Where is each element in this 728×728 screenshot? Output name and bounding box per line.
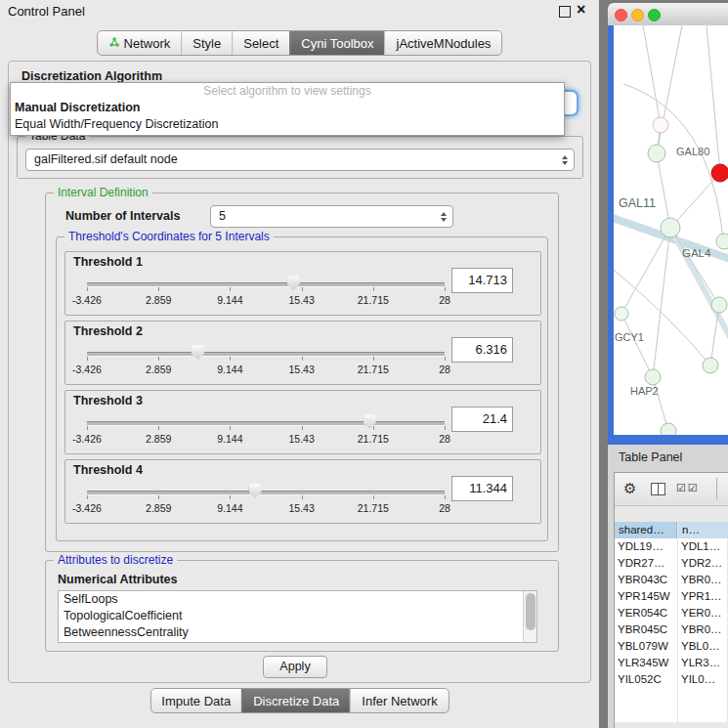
number-of-intervals-combobox[interactable]: 5 <box>210 205 453 228</box>
zoom-window-icon[interactable] <box>648 9 661 21</box>
tab-jactivemnodules[interactable]: jActiveMNodules <box>385 31 502 55</box>
scale-label: 2.859 <box>146 433 171 445</box>
interval-definition-group-title: Interval Definition <box>54 186 152 199</box>
tab-network[interactable]: Network <box>98 31 182 55</box>
table-row[interactable]: YIL052CYIL0… <box>615 671 727 688</box>
table-cell[interactable]: YER054C <box>618 605 676 621</box>
network-edge[interactable] <box>670 228 719 305</box>
scale-label: 15.43 <box>288 433 314 445</box>
table-row[interactable]: YBR043CYBR0… <box>615 572 727 588</box>
table-cell[interactable]: YPR145W <box>618 588 676 605</box>
threshold-3-value-field[interactable]: 21.4 <box>451 407 513 432</box>
threshold-2-value-field[interactable]: 6.316 <box>451 337 513 363</box>
scale-label: 2.859 <box>146 364 171 375</box>
apply-button[interactable]: Apply <box>263 656 327 678</box>
table-column-divider <box>677 538 678 722</box>
table-cell[interactable]: YDR2… <box>681 555 726 572</box>
network-node-gal4[interactable] <box>661 218 680 237</box>
network-edge[interactable] <box>621 314 653 377</box>
table-cell[interactable]: YBR0… <box>681 621 726 638</box>
network-edge[interactable] <box>657 153 670 228</box>
close-window-icon[interactable] <box>615 9 627 21</box>
network-edge[interactable] <box>621 228 670 314</box>
network-window-titlebar[interactable] <box>608 3 728 26</box>
tab-style[interactable]: Style <box>181 31 232 55</box>
network-node-gal80[interactable] <box>648 145 665 162</box>
network-edge[interactable] <box>643 25 661 125</box>
list-item-topologicalcoefficient[interactable]: TopologicalCoefficient <box>59 608 536 624</box>
table-row[interactable]: YLR345WYLR3… <box>615 655 727 671</box>
table-cell[interactable]: YBR0… <box>681 572 726 588</box>
dropdown-option-equal-width-frequency[interactable]: Equal Width/Frequency Discretization <box>11 116 564 133</box>
threshold-3-slider[interactable]: -3.426 2.859 9.144 15.43 21.715 28 <box>87 414 445 446</box>
network-edge[interactable] <box>657 25 682 153</box>
network-edge[interactable] <box>670 173 720 228</box>
threshold-4-value-field[interactable]: 11.344 <box>451 476 513 501</box>
table-cell[interactable]: YER0… <box>681 605 726 621</box>
stepper-icon <box>441 212 447 222</box>
table-cell[interactable]: YDL19… <box>618 538 676 555</box>
table-cell[interactable]: YIL052C <box>618 671 676 688</box>
network-canvas[interactable]: GAL80 GAL11 GAL4 GCY1 HAP2 <box>608 25 728 445</box>
tab-impute-data[interactable]: Impute Data <box>150 689 241 712</box>
control-panel-tab-bar: Network Style Select Cyni Toolbox jActiv… <box>97 30 503 56</box>
dropdown-option-manual-discretization[interactable]: Manual Discretization <box>11 100 564 116</box>
table-cell[interactable]: YDR27… <box>618 555 676 572</box>
column-header-shared-name[interactable]: shared… <box>615 522 677 538</box>
tab-discretize-data[interactable]: Discretize Data <box>241 689 350 712</box>
network-node-hap2[interactable] <box>645 369 661 385</box>
network-edge[interactable] <box>653 228 670 377</box>
network-node[interactable] <box>661 423 676 435</box>
scale-label: 28 <box>439 294 450 306</box>
table-row[interactable]: YDR27…YDR2… <box>615 555 727 572</box>
table-cell[interactable]: YBL0… <box>681 638 726 655</box>
network-node-gcy1[interactable] <box>615 307 628 321</box>
tab-cyni-toolbox[interactable]: Cyni Toolbox <box>289 31 384 55</box>
columns-icon[interactable] <box>651 483 665 498</box>
table-cell[interactable]: YBR043C <box>618 572 676 588</box>
network-node[interactable] <box>653 117 668 133</box>
table-cell[interactable]: YIL0… <box>681 671 726 688</box>
table-data-combobox[interactable]: galFiltered.sif default node <box>25 149 575 171</box>
table-cell[interactable]: YBL079W <box>618 638 676 655</box>
table-row[interactable]: YER054CYER0… <box>615 605 727 621</box>
select-columns-checkboxes-icon[interactable]: ☑☑ <box>676 482 700 494</box>
float-panel-icon[interactable] <box>559 6 571 18</box>
table-cell[interactable]: YBR045C <box>618 621 676 638</box>
table-row[interactable]: YBL079WYBL0… <box>615 638 727 655</box>
list-item-selfloops[interactable]: SelfLoops <box>59 591 536 608</box>
table-cell[interactable]: YLR345W <box>618 655 676 671</box>
table-row[interactable]: YBR045CYBR0… <box>615 621 727 638</box>
control-panel-window: Control Panel × Network Style Select Cyn… <box>0 0 599 728</box>
table-row[interactable]: YDL19…YDL1… <box>615 538 727 555</box>
network-node[interactable] <box>716 234 728 249</box>
network-graph: GAL80 GAL11 GAL4 GCY1 HAP2 <box>614 25 728 435</box>
list-item-betweennesscentrality[interactable]: BetweennessCentrality <box>59 624 536 641</box>
table-panel-title: Table Panel <box>619 450 682 464</box>
close-panel-icon[interactable]: × <box>577 1 585 19</box>
table-cell[interactable]: YPR1… <box>681 588 726 605</box>
scale-label: -3.426 <box>72 502 102 514</box>
network-node-selected-red[interactable] <box>711 164 728 182</box>
threshold-1-value-field[interactable]: 14.713 <box>451 268 513 293</box>
network-node[interactable] <box>703 358 718 373</box>
network-edge[interactable] <box>623 84 723 240</box>
threshold-2-slider[interactable]: -3.426 2.859 9.144 15.43 21.715 28 <box>87 345 445 376</box>
scale-label: 2.859 <box>146 502 171 514</box>
table-cell[interactable]: YDL1… <box>681 538 726 555</box>
scrollbar-thumb[interactable] <box>526 593 535 630</box>
list-scrollbar[interactable] <box>523 591 536 642</box>
gear-icon[interactable]: ⚙ <box>623 480 636 497</box>
node-label-gal4: GAL4 <box>682 247 711 259</box>
minimize-window-icon[interactable] <box>631 9 644 21</box>
threshold-4-slider[interactable]: -3.426 2.859 9.144 15.43 21.715 28 <box>87 484 445 515</box>
tab-infer-network[interactable]: Infer Network <box>350 689 448 712</box>
table-header-row: shared… n… <box>615 522 728 538</box>
table-row[interactable]: YPR145WYPR1… <box>615 588 727 605</box>
tab-select[interactable]: Select <box>232 31 289 55</box>
table-cell[interactable]: YLR3… <box>681 655 726 671</box>
network-node[interactable] <box>711 297 727 313</box>
network-edge[interactable] <box>614 270 710 365</box>
threshold-1-slider[interactable]: -3.426 2.859 9.144 15.43 21.715 28 <box>87 276 445 307</box>
column-header-name[interactable]: n… <box>678 522 728 538</box>
